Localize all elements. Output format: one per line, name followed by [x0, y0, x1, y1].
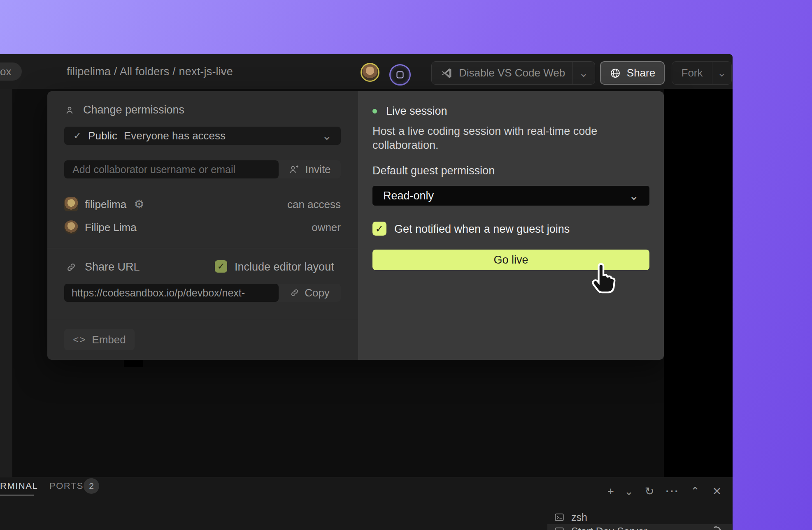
- terminal-icon: [554, 512, 565, 523]
- divider: [47, 320, 358, 320]
- check-icon: ✓: [73, 130, 81, 141]
- notify-label: Get notified when a new guest joins: [394, 223, 570, 236]
- disable-vscode-web-label: Disable VS Code Web: [459, 67, 565, 79]
- maximize-panel-button[interactable]: ⌃: [684, 485, 706, 498]
- copy-label: Copy: [305, 287, 330, 299]
- close-panel-button[interactable]: ✕: [706, 485, 728, 498]
- share-url-control: Copy: [64, 284, 341, 302]
- chevron-down-icon[interactable]: ⌄: [218, 54, 228, 89]
- new-terminal-button[interactable]: +: [602, 485, 620, 498]
- terminal-session-name: Start Dev Server: [571, 525, 647, 530]
- embed-button[interactable]: <> Embed: [64, 329, 135, 350]
- go-live-button[interactable]: Go live: [372, 250, 649, 270]
- workspace-pill[interactable]: ox: [0, 62, 22, 81]
- share-url-label: Share URL: [85, 261, 140, 273]
- link-icon: [66, 262, 77, 273]
- share-url-header: Share URL: [66, 261, 140, 273]
- globe-icon: [610, 67, 621, 79]
- stop-square-icon: [397, 72, 404, 79]
- avatar[interactable]: [361, 63, 379, 82]
- terminal-session-row[interactable]: zsh: [547, 510, 732, 524]
- embed-label: Embed: [92, 333, 126, 346]
- gear-icon[interactable]: ⚙: [134, 199, 144, 210]
- change-permissions-label: Change permissions: [83, 104, 184, 116]
- collaborator-row: Filipe Lima owner: [64, 220, 341, 234]
- live-status-ring-icon[interactable]: [389, 64, 411, 86]
- collaborator-row: filipelima ⚙ can access: [64, 197, 341, 211]
- green-dot-icon: [372, 109, 377, 113]
- editor-black-region: [664, 89, 733, 477]
- tab-ports[interactable]: PORTS: [49, 481, 84, 491]
- collaborator-name: filipelima: [85, 198, 126, 211]
- guest-permission-value: Read-only: [383, 190, 434, 202]
- terminal-icon: [554, 526, 565, 530]
- live-session-description: Host a live coding session with real-tim…: [372, 124, 611, 152]
- collaborator-name: Filipe Lima: [85, 221, 137, 234]
- editor-black-rect: [124, 360, 143, 367]
- more-actions-button[interactable]: ···: [661, 485, 684, 498]
- share-url-input[interactable]: [64, 284, 279, 302]
- code-icon: <>: [73, 334, 86, 345]
- include-editor-layout-checkbox[interactable]: ✓: [215, 260, 227, 273]
- avatar: [64, 220, 78, 234]
- include-editor-layout-label: Include editor layout: [235, 261, 334, 273]
- vscode-icon: [441, 67, 452, 79]
- permissions-pane: Change permissions ✓ Public Everyone has…: [47, 91, 358, 360]
- terminal-panel-actions: + ⌄ ↻ ··· ⌃ ✕: [602, 485, 728, 498]
- collaborator-access: can access: [287, 198, 341, 211]
- terminal-session-list: zsh Start Dev Server: [547, 510, 732, 530]
- chevron-down-icon: ⌄: [322, 129, 332, 143]
- fork-label: Fork: [672, 67, 712, 79]
- breadcrumb[interactable]: filipelima / All folders / next-js-live: [67, 54, 233, 89]
- invite-label: Invite: [305, 163, 330, 176]
- visibility-value: Public: [88, 130, 117, 142]
- chevron-down-icon: ⌄: [629, 189, 639, 203]
- go-live-label: Go live: [493, 254, 528, 266]
- invite-button[interactable]: Invite: [279, 160, 341, 178]
- ports-count-badge: 2: [84, 478, 99, 494]
- invite-control: Invite: [64, 160, 341, 178]
- tab-terminal[interactable]: RMINAL: [0, 481, 38, 491]
- collaborator-access: owner: [312, 221, 341, 234]
- chevron-down-icon[interactable]: ⌄: [712, 67, 731, 79]
- app-window: ox filipelima / All folders / next-js-li…: [0, 54, 733, 530]
- guest-permission-label: Default guest permission: [372, 164, 495, 177]
- live-session-title: Live session: [386, 105, 447, 118]
- visibility-dropdown[interactable]: ✓ Public Everyone has access ⌄: [64, 127, 341, 145]
- person-plus-icon: [289, 164, 299, 175]
- chevron-down-icon[interactable]: ⌄: [572, 66, 595, 80]
- loading-spinner-icon: [710, 525, 722, 530]
- terminal-session-name: zsh: [571, 511, 587, 523]
- live-session-pane: Live session Host a live coding session …: [358, 91, 664, 360]
- person-icon: [64, 105, 75, 116]
- notify-checkbox[interactable]: ✓: [372, 222, 386, 236]
- copy-button[interactable]: Copy: [279, 284, 341, 302]
- active-tab-underline: [0, 495, 34, 495]
- change-permissions-header: Change permissions: [64, 104, 184, 116]
- guest-permission-select[interactable]: Read-only ⌄: [372, 186, 649, 206]
- live-session-header: Live session: [372, 105, 447, 118]
- share-dialog: Change permissions ✓ Public Everyone has…: [47, 91, 664, 360]
- titlebar: ox filipelima / All folders / next-js-li…: [0, 54, 733, 89]
- share-label: Share: [627, 67, 655, 79]
- terminal-session-row[interactable]: Start Dev Server: [547, 524, 732, 530]
- avatar: [64, 197, 78, 211]
- chevron-down-icon[interactable]: ⌄: [620, 485, 638, 498]
- activity-bar: [0, 89, 12, 477]
- collaborator-input[interactable]: [64, 160, 279, 178]
- fork-button[interactable]: Fork ⌄: [672, 61, 732, 85]
- visibility-detail: Everyone has access: [124, 130, 226, 142]
- divider: [47, 248, 358, 248]
- restart-terminal-button[interactable]: ↻: [638, 485, 661, 498]
- share-button[interactable]: Share: [600, 61, 665, 85]
- link-icon: [290, 288, 300, 298]
- terminal-panel: RMINAL PORTS 2 + ⌄ ↻ ··· ⌃ ✕ zsh: [0, 477, 733, 530]
- disable-vscode-web-button[interactable]: Disable VS Code Web ⌄: [431, 61, 595, 85]
